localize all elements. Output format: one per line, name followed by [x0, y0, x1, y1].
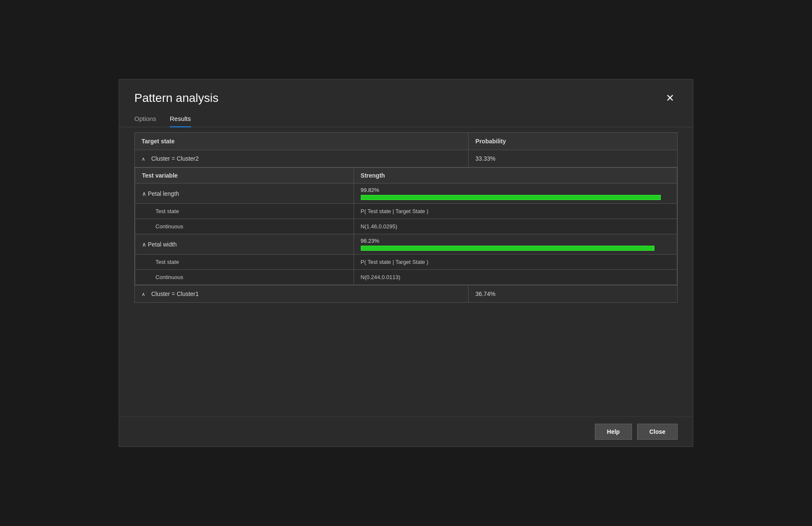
petal-width-detail-continuous-row: Continuous N(0.244,0.0113) [135, 270, 677, 285]
variable-row-petal-length[interactable]: ∧ Petal length 99.82% [135, 184, 677, 204]
col-test-variable: Test variable [135, 168, 354, 184]
petal-width-detail-header-row: Test state P( Test state | Target State … [135, 255, 677, 270]
inner-header-row-cluster2: Test variable Strength [135, 168, 677, 184]
petal-width-bar-fill [361, 246, 655, 251]
close-button[interactable]: Close [637, 424, 678, 440]
cluster2-probability: 33.33% [469, 150, 678, 167]
dialog-title: Pattern analysis [134, 91, 218, 105]
cluster1-probability: 36.74% [469, 285, 678, 303]
col-target-state: Target state [135, 133, 469, 150]
petal-length-detail-header-row: Test state P( Test state | Target State … [135, 204, 677, 219]
petal-width-p-header: P( Test state | Target State ) [354, 255, 677, 270]
cluster-row-cluster1[interactable]: ∧ Cluster = Cluster1 36.74% [135, 285, 678, 303]
dialog-footer: Help Close [119, 416, 693, 447]
tab-bar: Options Results [119, 112, 693, 127]
tab-options[interactable]: Options [134, 112, 156, 127]
petal-width-strength-pct: 98.23% [361, 238, 670, 244]
petal-width-continuous-value: N(0.244,0.0113) [354, 270, 677, 285]
cluster2-label[interactable]: ∧ Cluster = Cluster2 [135, 150, 469, 167]
main-header-row: Target state Probability [135, 133, 678, 150]
col-strength: Strength [354, 168, 677, 184]
petal-width-strength-cell: 98.23% [354, 234, 677, 255]
results-table-container[interactable]: Target state Probability ∧ Cluster = Clu… [134, 132, 678, 416]
petal-width-bar-track [361, 246, 670, 251]
expand-icon-cluster1: ∧ [142, 291, 145, 297]
petal-length-p-header: P( Test state | Target State ) [354, 204, 677, 219]
expand-icon-petal-width: ∧ [142, 241, 146, 248]
petal-width-continuous-label: Continuous [135, 270, 354, 285]
help-button[interactable]: Help [595, 424, 632, 440]
petal-width-test-state-header: Test state [135, 255, 354, 270]
petal-length-bar-fill [361, 195, 661, 200]
expand-icon-cluster2: ∧ [142, 156, 145, 162]
dialog-close-button[interactable]: ✕ [662, 91, 678, 105]
petal-length-detail-continuous-row: Continuous N(1.46,0.0295) [135, 219, 677, 234]
dialog-header: Pattern analysis ✕ [119, 79, 693, 112]
cluster-row-cluster2[interactable]: ∧ Cluster = Cluster2 33.33% [135, 150, 678, 167]
main-results-table: Target state Probability ∧ Cluster = Clu… [134, 132, 678, 303]
petal-length-test-state-header: Test state [135, 204, 354, 219]
expand-icon-petal-length: ∧ [142, 190, 146, 197]
petal-length-strength-pct: 99.82% [361, 187, 670, 193]
cluster1-label[interactable]: ∧ Cluster = Cluster1 [135, 285, 469, 303]
petal-length-continuous-label: Continuous [135, 219, 354, 234]
petal-length-strength-cell: 99.82% [354, 184, 677, 204]
petal-length-bar-track [361, 195, 670, 200]
tab-results[interactable]: Results [170, 112, 191, 127]
petal-length-continuous-value: N(1.46,0.0295) [354, 219, 677, 234]
col-probability: Probability [469, 133, 678, 150]
pattern-analysis-dialog: Pattern analysis ✕ Options Results Targe… [119, 79, 693, 447]
content-area: Target state Probability ∧ Cluster = Clu… [119, 127, 693, 416]
cluster2-inner-table: Test variable Strength ∧ [135, 167, 677, 285]
variable-row-petal-width[interactable]: ∧ Petal width 98.23% [135, 234, 677, 255]
cluster2-inner-row: Test variable Strength ∧ [135, 167, 678, 285]
